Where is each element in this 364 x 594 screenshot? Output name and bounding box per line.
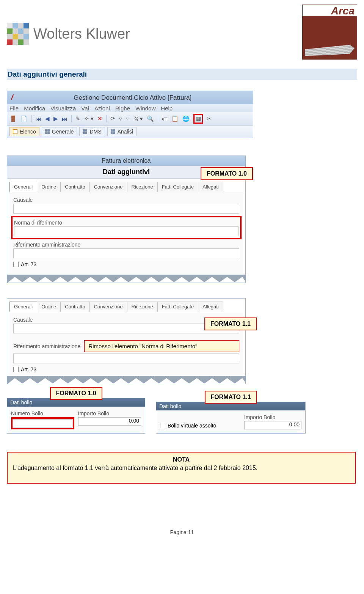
input-rifamm[interactable] — [13, 354, 239, 363]
callout-formato-10: FORMATO 1.0 — [50, 387, 102, 400]
view-tabs: Elenco Generale DMS Analisi — [7, 126, 253, 138]
label-art73: Art. 73 — [21, 366, 36, 372]
tab-fatt-collegate[interactable]: Fatt. Collegate — [157, 302, 199, 312]
tab-contratto[interactable]: Contratto — [60, 302, 89, 312]
form-area: Causale FORMATO 1.1 Riferimento amminist… — [9, 312, 243, 376]
input-importo-bollo[interactable]: 0.00 — [78, 417, 141, 426]
input-importo-bollo[interactable]: 0.00 — [244, 421, 301, 429]
tab-convenzione[interactable]: Convenzione — [89, 302, 127, 312]
refresh-icon[interactable]: ⟳ — [110, 115, 115, 122]
nota-box: NOTA L'adeguamento al formato 1.1 verrà … — [7, 452, 356, 484]
tab-generali[interactable]: Generali — [9, 182, 37, 192]
nota-title: NOTA — [13, 456, 350, 463]
edit-icon[interactable]: ✎ — [75, 115, 80, 122]
checkbox-icon — [160, 423, 165, 428]
tab-elenco-label: Elenco — [20, 129, 36, 135]
panel-dati-bollo-v10: FORMATO 1.0 Dati bollo Numero Bollo Impo… — [7, 398, 145, 434]
tab-convenzione[interactable]: Convenzione — [89, 182, 127, 192]
prev-icon[interactable]: ◀ — [45, 115, 50, 122]
label-norma: Norma di riferimento — [14, 220, 238, 226]
tab-contratto[interactable]: Contratto — [60, 182, 89, 192]
menu-righe[interactable]: Righe — [115, 105, 130, 112]
callout-formato-10: FORMATO 1.0 — [201, 167, 253, 180]
tab-generali[interactable]: Generali — [9, 302, 37, 312]
exit-icon[interactable]: 🚪 — [9, 115, 17, 122]
svg-marker-1 — [7, 376, 246, 384]
tab-ricezione[interactable]: Ricezione — [127, 302, 158, 312]
checkbox-icon — [13, 262, 19, 267]
window-title-bar: / Gestione Documenti Ciclo Attivo [Fattu… — [7, 91, 253, 104]
input-rifamm[interactable] — [13, 248, 239, 258]
input-causale[interactable] — [13, 204, 239, 214]
page-number: Pagina 11 — [7, 529, 357, 535]
list-icon — [13, 129, 17, 134]
grid-icon — [83, 129, 87, 134]
note-rimosso: Rimosso l'elemento "Norma di Riferimento… — [84, 340, 239, 352]
dati-bollo-row: FORMATO 1.0 Dati bollo Numero Bollo Impo… — [7, 398, 357, 434]
checkbox-art73[interactable]: Art. 73 — [13, 261, 36, 267]
nota-body: L'adeguamento al formato 1.1 verrà autom… — [13, 465, 350, 471]
label-causale: Causale — [13, 197, 239, 203]
tabset: Generali Ordine Contratto Convenzione Ri… — [9, 302, 243, 312]
label-bollo-virtuale: Bollo virtuale assolto — [168, 423, 216, 429]
arca-logo: Arca — [302, 5, 357, 60]
page-header: Wolters Kluwer Arca — [7, 5, 357, 60]
panel-dati-aggiuntivi-v10: Fattura elettronica Dati aggiuntivi FORM… — [7, 156, 246, 283]
checkbox-art73[interactable]: Art. 73 — [13, 366, 36, 372]
print-icon[interactable]: 🖨 ▾ — [133, 115, 143, 122]
panel-dati-aggiuntivi-v11: Generali Ordine Contratto Convenzione Ri… — [7, 298, 246, 384]
tab-analisi[interactable]: Analisi — [107, 127, 136, 136]
menu-bar: File Modifica Visualizza Vai Azioni Righ… — [7, 104, 253, 112]
tab-allegati[interactable]: Allegati — [198, 182, 223, 192]
app-icon: / — [11, 93, 13, 102]
tag-icon[interactable]: 🏷 — [162, 116, 168, 122]
cut-icon[interactable]: ✂ — [207, 115, 212, 122]
grid-icon — [45, 129, 50, 134]
menu-help[interactable]: Help — [161, 105, 173, 112]
delete-icon[interactable]: ✕ — [97, 115, 102, 122]
label-art73: Art. 73 — [21, 261, 36, 267]
tab-ordine[interactable]: Ordine — [37, 182, 61, 192]
tab-dms[interactable]: DMS — [79, 127, 105, 136]
callout-formato-11: FORMATO 1.1 — [204, 391, 257, 404]
label-rifamm: Riferimento amministrazione — [13, 343, 80, 349]
label-importo-bollo: Importo Bollo — [244, 414, 301, 420]
menu-visualizza[interactable]: Visualizza — [50, 105, 76, 112]
highlight-numero-bollo — [11, 417, 74, 429]
menu-vai[interactable]: Vai — [81, 105, 89, 112]
next-icon[interactable]: ▶ — [53, 115, 58, 122]
checkbox-icon — [13, 367, 19, 372]
wk-logo-icon — [7, 23, 29, 45]
grid-icon[interactable]: ▦ — [196, 115, 201, 122]
menu-window[interactable]: Window — [135, 105, 155, 112]
wand-icon[interactable]: ✧ ▾ — [84, 115, 94, 122]
last-icon[interactable]: ⏭ — [62, 116, 67, 122]
tab-fatt-collegate[interactable]: Fatt. Collegate — [157, 182, 199, 192]
globe-icon[interactable]: 🌐 — [182, 115, 190, 122]
tab-ricezione[interactable]: Ricezione — [127, 182, 158, 192]
first-icon[interactable]: ⏮ — [36, 116, 41, 122]
tab-dms-label: DMS — [89, 129, 101, 135]
panel-title: Fattura elettronica — [7, 156, 245, 166]
callout-formato-11: FORMATO 1.1 — [204, 317, 257, 330]
tab-analisi-label: Analisi — [118, 129, 133, 135]
filter-icon[interactable]: ▿ — [119, 115, 122, 122]
menu-azioni[interactable]: Azioni — [94, 105, 110, 112]
torn-edge — [7, 274, 245, 283]
note-icon[interactable]: 📋 — [171, 115, 179, 122]
tab-elenco[interactable]: Elenco — [9, 127, 39, 136]
menu-file[interactable]: File — [9, 105, 19, 112]
svg-marker-0 — [7, 275, 246, 283]
menu-modifica[interactable]: Modifica — [24, 105, 45, 112]
label-rifamm: Riferimento amministrazione — [13, 242, 239, 248]
checkbox-bollo-virtuale[interactable]: Bollo virtuale assolto — [160, 423, 216, 429]
preview-icon[interactable]: 🔍 — [147, 115, 154, 122]
input-numero-bollo[interactable] — [13, 419, 72, 427]
new-doc-icon[interactable]: 📄 — [20, 115, 28, 122]
label-numero-bollo: Numero Bollo — [11, 410, 74, 416]
input-norma[interactable] — [14, 226, 238, 236]
tab-generale[interactable]: Generale — [42, 127, 77, 136]
tab-ordine[interactable]: Ordine — [37, 302, 61, 312]
section-title: Dati aggiuntivi generali — [7, 69, 357, 80]
tab-allegati[interactable]: Allegati — [198, 302, 223, 312]
